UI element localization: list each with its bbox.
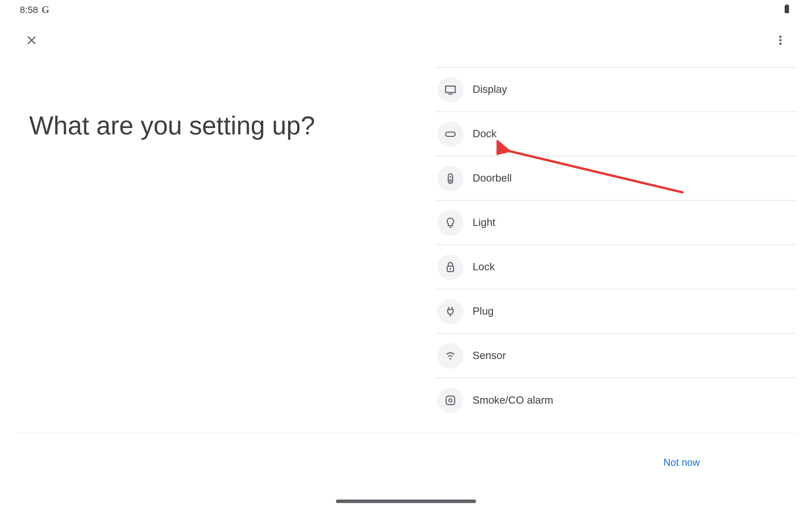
battery-icon [781, 3, 792, 16]
display-icon [438, 77, 463, 102]
device-type-item-smoke-alarm[interactable]: Smoke/CO alarm [435, 378, 797, 422]
doorbell-icon [438, 165, 463, 191]
svg-point-6 [450, 357, 451, 359]
page-title: What are you setting up? [29, 111, 406, 140]
svg-point-8 [449, 399, 452, 402]
device-type-label: Lock [473, 261, 495, 273]
device-type-item-lock[interactable]: Lock [435, 245, 797, 290]
device-type-label: Doorbell [473, 172, 512, 184]
svg-rect-0 [446, 132, 455, 136]
device-type-list: Camera Display Dock [435, 58, 797, 422]
svg-point-3 [450, 179, 452, 181]
sensor-icon [438, 343, 463, 369]
smoke-alarm-icon [438, 388, 463, 413]
close-icon [24, 33, 38, 49]
not-now-button[interactable]: Not now [654, 451, 709, 474]
svg-rect-7 [446, 396, 455, 405]
more-vert-icon [773, 33, 787, 49]
device-type-label: Display [473, 83, 507, 96]
close-button[interactable] [19, 28, 44, 54]
setup-screen: What are you setting up? Camera Dis [15, 23, 797, 492]
device-type-label: Dock [473, 128, 497, 140]
svg-point-5 [450, 268, 451, 269]
google-app-indicator-icon: G [42, 4, 49, 16]
device-type-label: Sensor [473, 349, 506, 362]
plug-icon [438, 298, 463, 324]
device-type-item-dock[interactable]: Dock [435, 112, 797, 157]
device-type-item-plug[interactable]: Plug [435, 289, 797, 334]
device-type-item-sensor[interactable]: Sensor [435, 334, 797, 378]
device-type-item-light[interactable]: Light [435, 201, 797, 245]
android-status-bar: 8:58 G [0, 0, 812, 20]
device-type-item-camera[interactable]: Camera [435, 58, 797, 67]
app-bar [15, 23, 797, 59]
navigation-pill[interactable] [336, 499, 476, 503]
device-type-label: Plug [473, 305, 494, 318]
svg-point-2 [450, 176, 451, 177]
overflow-menu-button[interactable] [768, 28, 793, 54]
dock-icon [438, 121, 463, 147]
status-time: 8:58 [20, 5, 38, 15]
device-type-item-doorbell[interactable]: Doorbell [435, 157, 797, 201]
device-type-label: Smoke/CO alarm [473, 394, 553, 406]
device-type-label: Light [473, 216, 496, 229]
device-type-item-display[interactable]: Display [435, 68, 797, 112]
footer-bar: Not now [15, 433, 797, 492]
light-icon [438, 210, 463, 235]
lock-icon [438, 254, 463, 280]
